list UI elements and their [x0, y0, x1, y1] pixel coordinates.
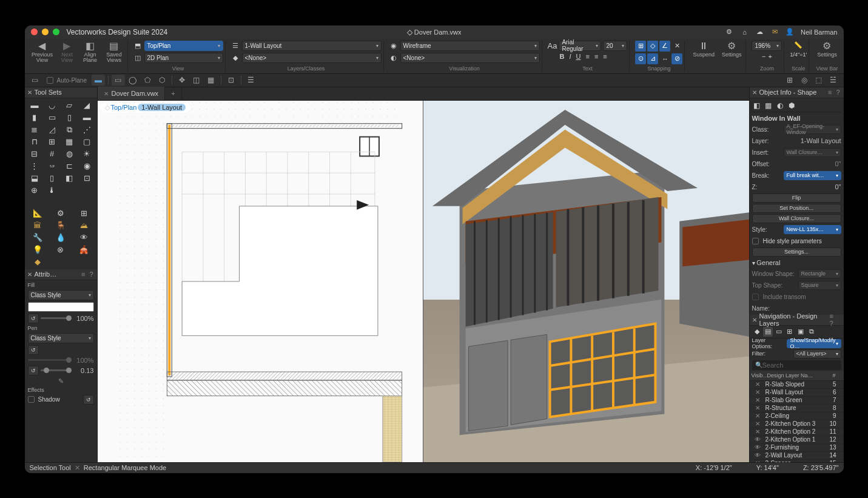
underline-button[interactable]: U — [576, 53, 581, 60]
tool-window-icon[interactable]: ⊞ — [43, 136, 61, 148]
tool-pad-icon[interactable]: ▬ — [78, 112, 96, 124]
align-plane-button[interactable]: ◧Align Plane — [79, 41, 100, 64]
style-dropdown[interactable]: New-LL 135x… — [784, 225, 841, 234]
tool-light-icon[interactable]: ☀ — [78, 148, 96, 160]
break-dropdown[interactable]: Full break wit… — [784, 171, 841, 180]
pen-style-dropdown[interactable]: Class Style — [28, 333, 94, 343]
zoom-dropdown[interactable]: 196% — [752, 41, 782, 51]
tool-c-icon[interactable]: ◧ — [61, 172, 78, 184]
close-icon[interactable]: ✕ — [752, 317, 757, 323]
notification-icon[interactable]: ✉ — [770, 27, 779, 36]
snap-angle-icon[interactable]: ∠ — [659, 41, 670, 52]
top-shape-dropdown[interactable]: Square — [798, 281, 841, 290]
close-tab-icon[interactable]: ✕ — [104, 90, 109, 97]
viewport-plan-label[interactable]: ◇Top/Plan 1-Wall Layout — [100, 103, 191, 112]
layer-row[interactable]: ✕R-Structure8 — [750, 405, 844, 412]
saved-views-button[interactable]: ▤Saved Views — [103, 41, 125, 64]
italic-button[interactable]: I — [569, 53, 571, 60]
nav-viewports-icon[interactable]: ⊞ — [785, 327, 795, 337]
tool-wall-icon[interactable]: ▬ — [26, 99, 44, 112]
layer-options-dropdown[interactable]: Show/Snap/Modify O… — [787, 339, 841, 348]
layer-search-input[interactable]: 🔍 Search — [752, 360, 841, 370]
fill-opacity-link-button[interactable]: ↺ — [28, 314, 39, 323]
flip-button[interactable]: Flip — [752, 193, 841, 203]
tool-wallend-icon[interactable]: ⊏ — [61, 160, 78, 172]
toolset-rigging-icon[interactable]: ⊗ — [49, 244, 72, 256]
ifc-tab-icon[interactable]: ⬢ — [787, 101, 796, 110]
standard-view-dropdown[interactable]: Top/Plan — [144, 41, 223, 51]
fill-style-dropdown[interactable]: Class Style — [28, 290, 94, 300]
tool-framing-icon[interactable]: # — [43, 148, 61, 160]
mode-marquee-button[interactable]: ▬ — [92, 75, 105, 86]
toolset-special-icon[interactable]: ◆ — [26, 256, 49, 268]
layer-list-header[interactable]: Visib… Design Layer Na… # — [750, 371, 844, 381]
autoplane-checkbox[interactable] — [47, 77, 53, 84]
tool-stair-icon[interactable]: ≣ — [26, 124, 44, 136]
style-settings-button[interactable]: Settings... — [752, 247, 841, 257]
tool-ceiling-icon[interactable]: ⊟ — [26, 148, 44, 160]
set-position-button[interactable]: Set Position... — [752, 204, 841, 213]
viewport-3d[interactable]: ◇Custom View 1-Wall Layout — [423, 101, 749, 462]
snap-grid-icon[interactable]: ⊞ — [635, 41, 646, 52]
scale-value[interactable]: 1/4"=1' — [790, 52, 807, 58]
toolset-spotlight-icon[interactable]: 💡 — [26, 244, 49, 256]
user-name[interactable]: Neil Barman — [801, 29, 838, 36]
tool-escalator-icon[interactable]: ⋰ — [78, 124, 96, 136]
pen-thickness-slider[interactable] — [41, 369, 72, 371]
home-icon[interactable]: ⌂ — [740, 27, 749, 36]
toolset-dims-icon[interactable]: 📐 — [26, 207, 49, 220]
nav-saved-icon[interactable]: ▣ — [796, 327, 806, 337]
pen-arrow-button[interactable]: ↺ — [28, 345, 39, 355]
close-icon[interactable]: ✕ — [27, 271, 32, 278]
snap-smart-point-icon[interactable]: ⊙ — [635, 53, 646, 64]
mode-right3-button[interactable]: ⬚ — [812, 75, 826, 86]
close-window-button[interactable] — [31, 29, 38, 35]
wall-closure-button[interactable]: Wall Closure... — [752, 214, 841, 223]
add-tab-button[interactable]: + — [165, 87, 181, 100]
projection-dropdown[interactable]: 2D Plan — [144, 53, 223, 63]
layer-row[interactable]: ✕2-Kitchen Option 310 — [750, 420, 844, 428]
nav-layers-icon[interactable]: ▤ — [763, 327, 773, 337]
tool-ramp-icon[interactable]: ◿ — [43, 124, 61, 136]
nav-sheets-icon[interactable]: ▭ — [774, 327, 784, 337]
user-icon[interactable]: 👤 — [786, 27, 795, 36]
layer-row[interactable]: ✕R-Slab Green7 — [750, 397, 844, 405]
mode-right2-button[interactable]: ◎ — [798, 75, 811, 86]
render-tab-icon[interactable]: ◐ — [775, 101, 785, 110]
mode-fence-button[interactable]: ⬡ — [155, 75, 169, 86]
shadow-checkbox[interactable] — [28, 396, 35, 403]
hide-style-checkbox[interactable] — [752, 238, 759, 244]
mode-move-button[interactable]: ✥ — [175, 75, 189, 86]
tool-plumbing-icon[interactable]: ⎃ — [43, 160, 61, 172]
insert-dropdown[interactable]: Wall Closure… — [784, 148, 841, 157]
font-dropdown[interactable]: Arial Regular — [559, 41, 601, 51]
toolset-detail-icon[interactable]: ⊞ — [72, 207, 95, 220]
tool-slab-icon[interactable]: ▱ — [61, 99, 78, 112]
fill-color-swatch[interactable] — [28, 302, 94, 312]
toolset-building-icon[interactable]: 🏛 — [26, 220, 49, 232]
close-icon[interactable]: ✕ — [27, 89, 32, 96]
layer-row[interactable]: 👁2-Kitchen Option 112 — [750, 436, 844, 444]
tool-beam-icon[interactable]: ▭ — [43, 112, 61, 124]
active-class-dropdown[interactable]: <None> — [242, 53, 382, 63]
settings-gear-icon[interactable]: ⚙ — [725, 27, 734, 36]
align-left-button[interactable]: ≡ — [585, 53, 589, 60]
tool-curtainwall-icon[interactable]: ▦ — [61, 136, 78, 148]
tool-a-icon[interactable]: ⬓ — [26, 172, 44, 184]
tool-hvac-icon[interactable]: ◍ — [61, 148, 78, 160]
tool-b-icon[interactable]: ▯ — [43, 172, 61, 184]
layer-row[interactable]: ✕2-Ceiling9 — [750, 412, 844, 420]
class-dropdown[interactable]: A_EF-Opening-Window — [784, 125, 841, 134]
tool-chain-icon[interactable]: ⋮ — [26, 160, 44, 172]
toolset-basic-icon[interactable]: ⚙ — [49, 207, 72, 220]
toolset-mep-icon[interactable]: 🔧 — [26, 232, 49, 244]
transom-checkbox[interactable] — [752, 294, 759, 300]
layer-filter-dropdown[interactable]: <All Layers> — [793, 349, 841, 358]
tool-e-icon[interactable]: ⊕ — [26, 184, 44, 197]
viewbar-settings-button[interactable]: ⚙Settings — [815, 41, 839, 59]
toolset-site-icon[interactable]: ⛰ — [72, 220, 95, 232]
mode-prefs-button[interactable]: ☰ — [244, 75, 258, 86]
shape-tab-icon[interactable]: ◧ — [752, 101, 762, 110]
zoom-window-button[interactable] — [53, 29, 59, 35]
toolset-walkthrough-icon[interactable]: 👁 — [72, 232, 95, 244]
